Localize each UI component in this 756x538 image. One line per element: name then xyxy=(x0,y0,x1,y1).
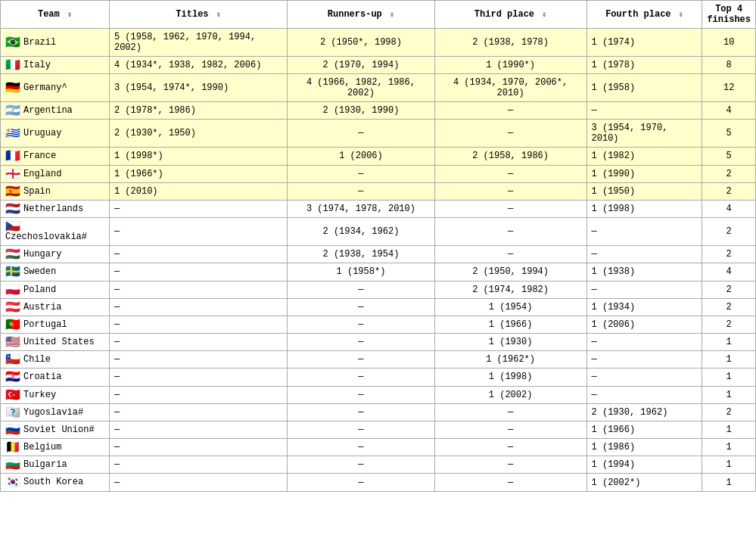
third-place-cell: — xyxy=(434,200,586,217)
fourth-place-cell: — xyxy=(586,246,702,263)
flag-icon: 🇷🇺 xyxy=(5,424,20,435)
titles-cell: — xyxy=(109,263,287,281)
team-name: Bulgaria xyxy=(23,459,67,470)
team-name: South Korea xyxy=(23,477,83,488)
top4-cell: 8 xyxy=(702,57,756,74)
flag-icon: 🇩🇪 xyxy=(5,82,20,93)
col-third-place[interactable]: Third place ⇕ xyxy=(434,1,586,29)
runners-up-cell: 2 (1930, 1990) xyxy=(288,102,434,120)
titles-cell: — xyxy=(109,439,287,456)
runners-up-cell: — xyxy=(288,165,434,182)
third-place-cell: — xyxy=(434,456,586,474)
third-place-cell: — xyxy=(434,403,586,421)
third-place-cell: — xyxy=(434,439,586,456)
third-place-cell: — xyxy=(434,421,586,438)
top4-cell: 1 xyxy=(702,351,756,369)
team-cell: 🇦🇹Austria xyxy=(1,298,110,316)
col-titles[interactable]: Titles ⇕ xyxy=(109,1,287,29)
titles-cell: 1 (1966*) xyxy=(109,165,287,182)
titles-cell: 3 (1954, 1974*, 1990) xyxy=(109,74,287,102)
third-place-cell: 1 (1954) xyxy=(434,298,586,316)
titles-cell: 5 (1958, 1962, 1970, 1994, 2002) xyxy=(109,29,287,57)
titles-cell: — xyxy=(109,246,287,263)
fourth-place-cell: — xyxy=(586,102,702,120)
team-name: England xyxy=(23,169,61,179)
top4-cell: 1 xyxy=(702,369,756,386)
col-runners-up[interactable]: Runners-up ⇕ xyxy=(288,1,434,29)
runners-up-cell: — xyxy=(288,351,434,369)
fourth-place-cell: 1 (1982) xyxy=(586,148,702,165)
team-name: Soviet Union# xyxy=(23,424,95,435)
team-name: Turkey xyxy=(23,390,56,400)
top4-cell: 2 xyxy=(702,165,756,182)
third-place-cell: — xyxy=(434,246,586,263)
flag-icon: 🇳🇱 xyxy=(5,204,20,214)
flag-icon: 🇦🇹 xyxy=(5,302,20,313)
top4-cell: 2 xyxy=(702,182,756,200)
top4-cell: 4 xyxy=(702,200,756,217)
col-fourth-place[interactable]: Fourth place ⇕ xyxy=(586,1,702,29)
fourth-place-cell: — xyxy=(586,218,702,246)
flag-icon: 🇵🇱 xyxy=(5,285,20,295)
flag-icon: 🇮🇹 xyxy=(5,60,20,70)
top4-cell: 2 xyxy=(702,218,756,246)
fourth-place-cell: 1 (1986) xyxy=(586,439,702,456)
fourth-place-cell: 2 (1930, 1962) xyxy=(586,403,702,421)
flag-icon: 🇧🇷 xyxy=(5,37,20,48)
top4-cell: 1 xyxy=(702,439,756,456)
third-place-cell: 1 (1962*) xyxy=(434,351,586,369)
titles-cell: — xyxy=(109,351,287,369)
top4-cell: 2 xyxy=(702,316,756,333)
runners-up-cell: — xyxy=(288,421,434,438)
team-name: Brazil xyxy=(23,37,56,48)
flag-icon: 🇺🇸 xyxy=(5,337,20,347)
team-name: Italy xyxy=(23,60,51,70)
team-cell: 🇭🇷Croatia xyxy=(1,369,110,386)
fourth-place-cell: — xyxy=(586,351,702,369)
flag-icon: 🇭🇷 xyxy=(5,372,20,382)
top4-cell: 4 xyxy=(702,263,756,281)
flag-icon: 🇹🇷 xyxy=(5,390,20,400)
runners-up-cell: — xyxy=(288,281,434,298)
flag-icon: 🇰🇷 xyxy=(5,477,20,487)
top4-cell: 4 xyxy=(702,102,756,120)
runners-up-cell: — xyxy=(288,120,434,148)
titles-cell: — xyxy=(109,403,287,421)
titles-cell: — xyxy=(109,298,287,316)
col-top4: Top 4finishes xyxy=(702,1,756,29)
titles-cell: — xyxy=(109,421,287,438)
top4-cell: 1 xyxy=(702,421,756,438)
third-place-cell: 1 (1930) xyxy=(434,334,586,351)
top4-cell: 10 xyxy=(702,29,756,57)
runners-up-cell: 2 (1950*, 1998) xyxy=(288,29,434,57)
third-place-cell: — xyxy=(434,218,586,246)
team-name: Argentina xyxy=(23,105,73,116)
flag-icon: 🏴󠁧󠁢󠁥󠁮󠁧󠁿 xyxy=(5,169,20,179)
runners-up-cell: — xyxy=(288,386,434,403)
fourth-place-cell: 1 (1990) xyxy=(586,165,702,182)
third-place-cell: 2 (1958, 1986) xyxy=(434,148,586,165)
flag-icon: 🇫🇷 xyxy=(5,151,20,161)
col-team[interactable]: Team ⇕ xyxy=(1,1,110,29)
top4-cell: 2 xyxy=(702,403,756,421)
runners-up-cell: — xyxy=(288,474,434,491)
sort-icon-titles: ⇕ xyxy=(216,10,221,19)
titles-cell: — xyxy=(109,334,287,351)
team-cell: 🇺🇸United States xyxy=(1,334,110,351)
team-cell: 🏴󠁧󠁢󠁥󠁮󠁧󠁿England xyxy=(1,165,110,182)
third-place-cell: — xyxy=(434,165,586,182)
team-name: Croatia xyxy=(23,372,61,383)
titles-cell: 1 (1998*) xyxy=(109,148,287,165)
team-cell: 🇰🇷South Korea xyxy=(1,474,110,491)
titles-cell: — xyxy=(109,369,287,386)
team-name: Chile xyxy=(23,354,51,365)
titles-cell: — xyxy=(109,456,287,474)
team-cell: 🇨🇱Chile xyxy=(1,351,110,369)
team-cell: 🇭🇺Hungary xyxy=(1,246,110,263)
third-place-cell: 1 (2002) xyxy=(434,386,586,403)
flag-icon: 🇨🇿 xyxy=(5,221,20,232)
fourth-place-cell: 3 (1954, 1970, 2010) xyxy=(586,120,702,148)
fourth-place-cell: 1 (1966) xyxy=(586,421,702,438)
fourth-place-cell: 1 (1978) xyxy=(586,57,702,74)
top4-cell: 1 xyxy=(702,386,756,403)
